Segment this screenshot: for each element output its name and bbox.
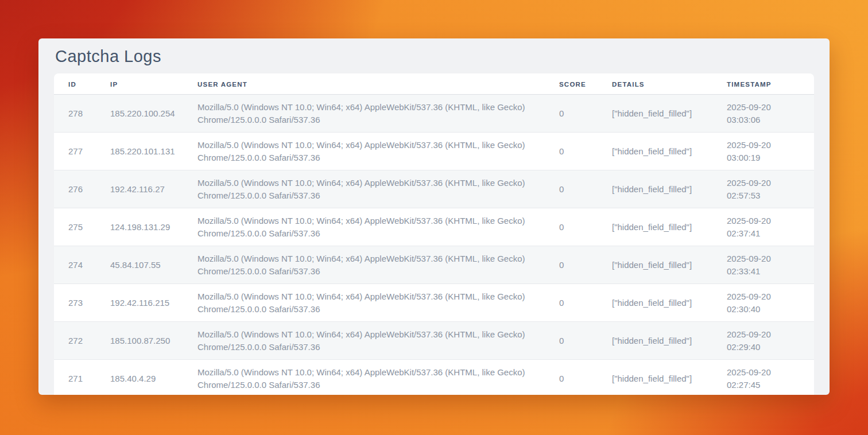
- col-header-id: ID: [54, 73, 104, 95]
- cell-id: 276: [54, 170, 104, 208]
- col-header-details: DETAILS: [606, 73, 721, 95]
- cell-score: 0: [553, 360, 606, 395]
- cell-details: ["hidden_field_filled"]: [606, 284, 721, 322]
- cell-user-agent: Mozilla/5.0 (Windows NT 10.0; Win64; x64…: [192, 170, 553, 208]
- table-row: 276192.42.116.27Mozilla/5.0 (Windows NT …: [54, 170, 814, 208]
- cell-user-agent: Mozilla/5.0 (Windows NT 10.0; Win64; x64…: [192, 322, 553, 360]
- cell-ip: 124.198.131.29: [104, 208, 192, 246]
- cell-score: 0: [553, 208, 606, 246]
- cell-details: ["hidden_field_filled"]: [606, 133, 721, 170]
- cell-score: 0: [553, 246, 606, 284]
- cell-id: 278: [54, 95, 104, 133]
- cell-score: 0: [553, 284, 606, 322]
- cell-ip: 192.42.116.27: [104, 170, 192, 208]
- table-row: 277185.220.101.131Mozilla/5.0 (Windows N…: [54, 133, 814, 170]
- cell-timestamp: 2025-09-20 03:00:19: [721, 133, 814, 170]
- cell-user-agent: Mozilla/5.0 (Windows NT 10.0; Win64; x64…: [192, 133, 553, 170]
- cell-timestamp: 2025-09-20 02:57:53: [721, 170, 814, 208]
- cell-timestamp: 2025-09-20 02:27:45: [721, 360, 814, 395]
- cell-score: 0: [553, 322, 606, 360]
- cell-id: 272: [54, 322, 104, 360]
- col-header-ip: IP: [104, 73, 192, 95]
- cell-user-agent: Mozilla/5.0 (Windows NT 10.0; Win64; x64…: [192, 208, 553, 246]
- cell-ip: 185.220.101.131: [104, 133, 192, 170]
- table-header: ID IP USER AGENT SCORE DETAILS TIMESTAMP: [54, 73, 814, 95]
- cell-ip: 185.40.4.29: [104, 360, 192, 395]
- captcha-logs-card: Captcha Logs ID IP USER AGENT SCORE DETA…: [38, 38, 830, 395]
- cell-score: 0: [553, 170, 606, 208]
- cell-id: 274: [54, 246, 104, 284]
- cell-details: ["hidden_field_filled"]: [606, 95, 721, 133]
- table-header-row: ID IP USER AGENT SCORE DETAILS TIMESTAMP: [54, 73, 814, 95]
- cell-score: 0: [553, 95, 606, 133]
- col-header-score: SCORE: [553, 73, 606, 95]
- cell-details: ["hidden_field_filled"]: [606, 170, 721, 208]
- cell-user-agent: Mozilla/5.0 (Windows NT 10.0; Win64; x64…: [192, 360, 553, 395]
- col-header-user-agent: USER AGENT: [192, 73, 553, 95]
- cell-score: 0: [553, 133, 606, 170]
- table-row: 27445.84.107.55Mozilla/5.0 (Windows NT 1…: [54, 246, 814, 284]
- cell-details: ["hidden_field_filled"]: [606, 208, 721, 246]
- cell-details: ["hidden_field_filled"]: [606, 246, 721, 284]
- cell-timestamp: 2025-09-20 03:03:06: [721, 95, 814, 133]
- cell-id: 275: [54, 208, 104, 246]
- cell-details: ["hidden_field_filled"]: [606, 360, 721, 395]
- page-title: Captcha Logs: [55, 47, 814, 66]
- cell-details: ["hidden_field_filled"]: [606, 322, 721, 360]
- cell-timestamp: 2025-09-20 02:30:40: [721, 284, 814, 322]
- table-body: 278185.220.100.254Mozilla/5.0 (Windows N…: [54, 95, 814, 395]
- cell-user-agent: Mozilla/5.0 (Windows NT 10.0; Win64; x64…: [192, 246, 553, 284]
- table-row: 273192.42.116.215Mozilla/5.0 (Windows NT…: [54, 284, 814, 322]
- cell-id: 271: [54, 360, 104, 395]
- col-header-timestamp: TIMESTAMP: [721, 73, 814, 95]
- captcha-logs-table: ID IP USER AGENT SCORE DETAILS TIMESTAMP…: [54, 73, 814, 395]
- cell-id: 273: [54, 284, 104, 322]
- cell-ip: 185.100.87.250: [104, 322, 192, 360]
- logs-table-container: ID IP USER AGENT SCORE DETAILS TIMESTAMP…: [54, 73, 814, 395]
- cell-ip: 192.42.116.215: [104, 284, 192, 322]
- cell-user-agent: Mozilla/5.0 (Windows NT 10.0; Win64; x64…: [192, 284, 553, 322]
- cell-timestamp: 2025-09-20 02:37:41: [721, 208, 814, 246]
- cell-ip: 45.84.107.55: [104, 246, 192, 284]
- cell-id: 277: [54, 133, 104, 170]
- table-row: 275124.198.131.29Mozilla/5.0 (Windows NT…: [54, 208, 814, 246]
- cell-timestamp: 2025-09-20 02:33:41: [721, 246, 814, 284]
- table-row: 278185.220.100.254Mozilla/5.0 (Windows N…: [54, 95, 814, 133]
- cell-ip: 185.220.100.254: [104, 95, 192, 133]
- table-row: 271185.40.4.29Mozilla/5.0 (Windows NT 10…: [54, 360, 814, 395]
- table-row: 272185.100.87.250Mozilla/5.0 (Windows NT…: [54, 322, 814, 360]
- cell-user-agent: Mozilla/5.0 (Windows NT 10.0; Win64; x64…: [192, 95, 553, 133]
- cell-timestamp: 2025-09-20 02:29:40: [721, 322, 814, 360]
